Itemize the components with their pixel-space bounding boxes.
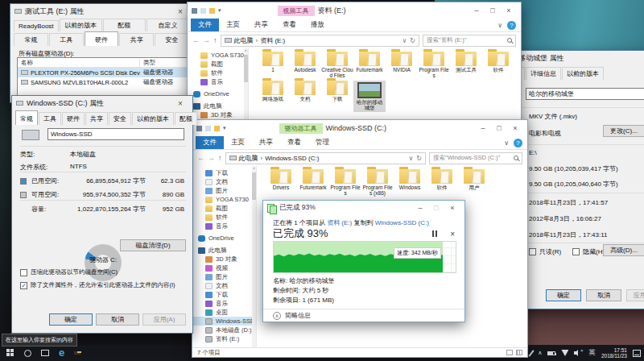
file-item[interactable]: Futuremark	[297, 169, 329, 196]
table-row[interactable]: PLEXTOR PX-256M6Pro SCSI Disk Device磁盘驱动…	[18, 68, 187, 77]
help-icon[interactable]: ?	[507, 21, 516, 30]
tab-安全[interactable]: 安全	[109, 112, 131, 125]
sidebar-item[interactable]: 此电脑	[192, 246, 256, 255]
file-item[interactable]: NVIDIA	[386, 52, 418, 78]
search-input[interactable]: 搜索"资料 (E:)"	[423, 35, 516, 47]
tab-以前的版本[interactable]: 以前的版本	[562, 67, 604, 80]
back-icon[interactable]: ←	[197, 154, 204, 162]
sidebar-item[interactable]: 软件	[188, 68, 248, 77]
file-item[interactable]: 软件	[482, 52, 514, 78]
column-type[interactable]: 类型	[140, 59, 187, 67]
maximize-icon[interactable]: □	[491, 121, 507, 135]
volume-label-input[interactable]	[47, 128, 184, 140]
tab-文件[interactable]: 文件	[196, 136, 224, 149]
details-view-icon[interactable]	[506, 350, 513, 355]
column-name[interactable]: 名称	[18, 59, 140, 67]
tab-共享[interactable]: 共享	[85, 112, 108, 125]
sidebar-item[interactable]: 截图	[192, 204, 256, 213]
file-item[interactable]: Program Files	[329, 169, 361, 196]
dropdown-icon[interactable]: ∨	[408, 155, 413, 162]
tab-详细信息[interactable]: 详细信息	[526, 67, 561, 80]
wifi-icon[interactable]	[561, 350, 568, 356]
sidebar-item[interactable]: 音乐	[188, 77, 248, 86]
file-item[interactable]: 测试工具	[450, 52, 482, 78]
input-language-indicator[interactable]: 英	[588, 348, 596, 358]
tab-ReadyBoost[interactable]: ReadyBoost	[14, 20, 59, 31]
tool-tab-drive[interactable]: 驱动器工具	[279, 123, 323, 134]
sidebar-scrollbar[interactable]: ∧	[252, 166, 256, 347]
source-link[interactable]: 资料 (E:)	[327, 219, 352, 226]
close-icon[interactable]: ×	[172, 7, 188, 16]
hidden-checkbox[interactable]: 隐藏(H)	[572, 247, 605, 256]
tab-播放[interactable]: 播放	[303, 19, 332, 31]
help-icon[interactable]: ?	[514, 139, 522, 147]
checkbox-icon[interactable]	[20, 269, 27, 276]
file-item[interactable]: 文档	[289, 81, 321, 112]
sidebar-item[interactable]: OneDrive	[188, 89, 248, 98]
search-button[interactable]	[24, 350, 31, 357]
tab-管理[interactable]: 管理	[308, 136, 336, 149]
change-button[interactable]: 更改(C)...	[603, 125, 644, 137]
refresh-icon[interactable]: ↻	[410, 37, 415, 44]
tab-工具[interactable]: 工具	[39, 112, 61, 125]
tab-共享[interactable]: 共享	[252, 136, 280, 149]
qat-newfolder-icon[interactable]	[209, 8, 215, 14]
forward-icon[interactable]: →	[208, 154, 215, 162]
tab-查看[interactable]: 查看	[275, 19, 303, 31]
dropdown-icon[interactable]: ∨	[402, 37, 407, 44]
sidebar-item[interactable]: 资料 (E:)	[192, 334, 256, 343]
qat-caret-icon[interactable]: ▾	[218, 7, 221, 14]
cancel-button[interactable]: 取消	[586, 289, 621, 301]
forward-icon[interactable]: →	[203, 36, 210, 44]
file-item[interactable]: Drivers	[265, 169, 297, 196]
tab-自定义[interactable]: 自定义	[147, 19, 189, 31]
selected-file-item[interactable]: 哈尔的移动城堡	[353, 81, 386, 112]
minimize-icon[interactable]: –	[469, 3, 485, 18]
sidebar-item[interactable]: 下载	[192, 168, 256, 177]
tab-配额[interactable]: 配额	[103, 19, 146, 31]
volume-muted-icon[interactable]: ×	[574, 350, 583, 356]
sidebar-item[interactable]: 此电脑	[188, 102, 248, 110]
sidebar-item[interactable]: 音乐	[192, 299, 256, 308]
large-icons-view-icon[interactable]	[516, 350, 522, 355]
search-input[interactable]: 搜索"Windows-SSD (C:)"	[429, 152, 522, 164]
index-checkbox[interactable]: ✓除了文件属性外，还允许索引此驱动器上文件的内容(I)	[20, 281, 186, 289]
file-name-input[interactable]	[526, 88, 644, 100]
compress-checkbox[interactable]: 压缩此驱动器以节约磁盘空间(C)	[20, 268, 186, 276]
breadcrumb-item[interactable]: 此电脑	[234, 36, 254, 45]
sidebar-item[interactable]: 图片	[192, 272, 256, 281]
maximize-icon[interactable]: □	[485, 3, 501, 18]
breadcrumb[interactable]: 此电脑›资料 (E:) ∨ ↻	[221, 35, 420, 47]
ok-button[interactable]: 确定	[546, 289, 581, 301]
sidebar-item[interactable]: 桌面	[192, 308, 256, 317]
sidebar-item[interactable]: YOGA S730	[188, 51, 248, 60]
tab-硬件[interactable]: 硬件	[85, 31, 119, 46]
disk-cleanup-button[interactable]: 磁盘清理(D)	[120, 239, 186, 251]
sidebar-item[interactable]: Windows-SSD (C:)	[192, 317, 256, 326]
close-icon[interactable]: ×	[172, 99, 188, 108]
chevron-up-icon[interactable]: ∧	[273, 312, 281, 320]
file-explorer-icon[interactable]	[74, 351, 80, 355]
tab-常规[interactable]: 常规	[14, 33, 48, 46]
action-center-icon[interactable]	[633, 350, 641, 357]
pause-icon[interactable]	[432, 230, 437, 237]
tab-以前的版本[interactable]: 以前的版本	[60, 19, 102, 31]
apply-button[interactable]: 应用(A)	[142, 313, 186, 326]
tab-主页[interactable]: 主页	[224, 136, 252, 149]
breadcrumb[interactable]: 此电脑›Windows-SSD (C:) ∨ ↻	[225, 152, 427, 164]
tab-安全[interactable]: 安全	[155, 33, 189, 46]
file-item[interactable]: 用户	[458, 169, 490, 196]
apply-button[interactable]: 应用(A)	[626, 289, 644, 301]
sidebar-item[interactable]: YOGA S730	[192, 195, 256, 204]
tab-以前的版本[interactable]: 以前的版本	[132, 112, 174, 125]
tab-共享[interactable]: 共享	[247, 19, 275, 31]
ribbon-collapse-icon[interactable]: ∨	[497, 22, 502, 29]
file-item[interactable]: 网络游戏	[257, 81, 289, 112]
file-item[interactable]: 下载	[321, 81, 353, 112]
ok-button[interactable]: 确定	[49, 313, 93, 326]
refresh-icon[interactable]: ↻	[416, 155, 422, 162]
close-icon[interactable]: ×	[507, 121, 523, 135]
sidebar-item[interactable]: 软件	[192, 213, 256, 222]
sidebar-item[interactable]: 文档	[192, 281, 256, 290]
checkbox-icon[interactable]: ✓	[20, 282, 27, 289]
